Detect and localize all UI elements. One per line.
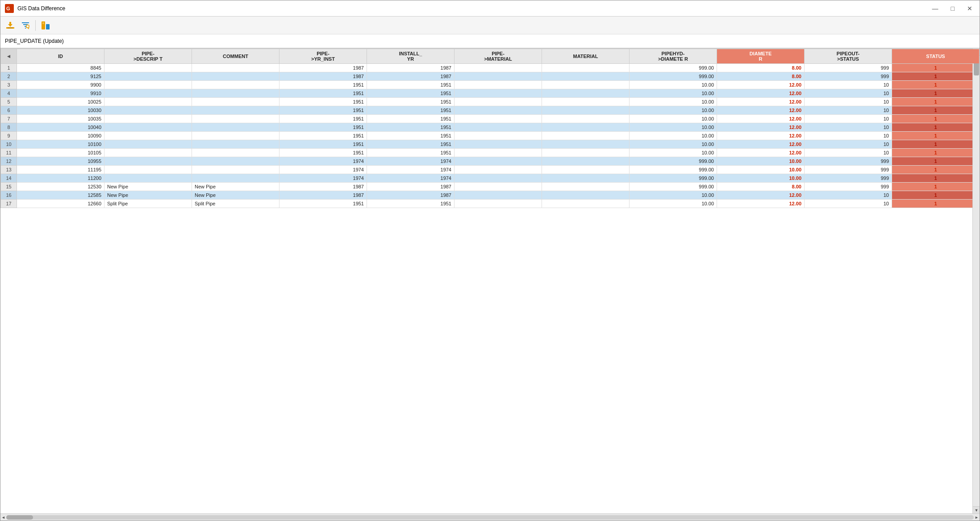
cell-pipehyd-diameter: 10.00	[630, 132, 717, 140]
sort-arrow-icon: ◄	[6, 53, 12, 59]
col-header-pipehyd-diameter[interactable]: PIPEHYD->DIAMETE R	[630, 49, 717, 64]
cell-comment	[192, 98, 279, 106]
cell-comment	[192, 81, 279, 89]
maximize-button[interactable]: □	[948, 4, 957, 13]
cell-pipe-material	[455, 157, 542, 166]
cell-pipeout-status: 10	[805, 123, 892, 132]
cell-material	[542, 157, 630, 166]
vertical-scrollbar[interactable]: ▲ ▼	[972, 49, 980, 513]
svg-rect-12	[46, 24, 50, 29]
cell-status: 1	[892, 72, 980, 81]
cell-pipe-descrip	[104, 166, 192, 174]
cell-pipe-yr-inst: 1951	[279, 132, 367, 140]
scroll-right-button[interactable]: ►	[975, 515, 979, 520]
cell-diameter: 8.00	[717, 64, 805, 72]
cell-comment	[192, 149, 279, 157]
cell-status: 1	[892, 174, 980, 183]
svg-rect-4	[8, 28, 13, 28]
col-header-id[interactable]: ID	[17, 49, 104, 64]
table-row: 121095519741974999.0010.009991	[1, 157, 980, 166]
cell-pipehyd-diameter: 10.00	[630, 149, 717, 157]
col-header-pipe-yr-inst[interactable]: PIPE->YR_INST	[279, 49, 367, 64]
cell-install-yr: 1951	[367, 132, 455, 140]
table-row: 499101951195110.0012.00101	[1, 89, 980, 98]
col-header-install-yr[interactable]: INSTALL_YR	[367, 49, 455, 64]
cell-pipe-material	[455, 123, 542, 132]
cell-pipe-descrip	[104, 140, 192, 149]
row-number: 1	[1, 64, 17, 72]
title-bar: G GIS Data Difference — □ ✕	[0, 0, 980, 17]
col-header-arrow: ◄	[1, 49, 17, 64]
row-number: 13	[1, 166, 17, 174]
filter-button[interactable]	[19, 19, 32, 32]
cell-material	[542, 106, 630, 115]
scroll-down-button[interactable]: ▼	[973, 506, 980, 513]
cell-pipe-descrip	[104, 72, 192, 81]
cell-diameter: 10.00	[717, 157, 805, 166]
cell-pipehyd-diameter: 10.00	[630, 81, 717, 89]
cell-pipe-yr-inst: 1974	[279, 174, 367, 183]
table-row: 9100901951195110.0012.00101	[1, 132, 980, 140]
cell-pipe-material	[455, 106, 542, 115]
cell-material	[542, 115, 630, 123]
cell-pipehyd-diameter: 10.00	[630, 106, 717, 115]
table-row: 11101051951195110.0012.00101	[1, 149, 980, 157]
minimize-button[interactable]: —	[930, 4, 941, 13]
row-number: 4	[1, 89, 17, 98]
cell-diameter: 12.00	[717, 89, 805, 98]
row-number: 2	[1, 72, 17, 81]
chart-button[interactable]	[39, 19, 52, 32]
horizontal-scrollbar[interactable]: ◄ ►	[0, 513, 980, 521]
cell-diameter: 10.00	[717, 174, 805, 183]
table-row: 399001951195110.0012.00101	[1, 81, 980, 89]
cell-id: 9900	[17, 81, 104, 89]
cell-pipe-material	[455, 132, 542, 140]
cell-pipehyd-diameter: 999.00	[630, 157, 717, 166]
toolbar-separator	[35, 20, 36, 31]
col-header-diameter[interactable]: DIAMETER	[717, 49, 805, 64]
cell-pipe-yr-inst: 1951	[279, 81, 367, 89]
cell-diameter: 12.00	[717, 140, 805, 149]
row-number: 3	[1, 81, 17, 89]
col-header-pipeout-status[interactable]: PIPEOUT->STATUS	[805, 49, 892, 64]
col-header-pipe-descrip[interactable]: PIPE->DESCRIP T	[104, 49, 192, 64]
col-header-material[interactable]: MATERIAL	[542, 49, 630, 64]
table-row: 1612585New PipeNew Pipe1987198710.0012.0…	[1, 191, 980, 200]
table-container[interactable]: ◄ ID PIPE->DESCRIP T COMMENT PIPE->YR_IN…	[0, 49, 980, 513]
col-header-comment[interactable]: COMMENT	[192, 49, 279, 64]
row-number: 10	[1, 140, 17, 149]
cell-pipeout-status: 10	[805, 140, 892, 149]
cell-install-yr: 1951	[367, 149, 455, 157]
col-header-status[interactable]: STATUS	[892, 49, 980, 64]
cell-pipehyd-diameter: 999.00	[630, 166, 717, 174]
window-controls: — □ ✕	[930, 4, 975, 13]
cell-pipe-yr-inst: 1951	[279, 123, 367, 132]
cell-pipehyd-diameter: 10.00	[630, 98, 717, 106]
cell-pipeout-status: 10	[805, 89, 892, 98]
scroll-thumb-h[interactable]	[6, 515, 33, 520]
cell-material	[542, 132, 630, 140]
cell-pipe-descrip: New Pipe	[104, 183, 192, 191]
cell-pipe-material	[455, 89, 542, 98]
row-number: 15	[1, 183, 17, 191]
cell-pipe-material	[455, 64, 542, 72]
table-row: 1884519871987999.008.009991	[1, 64, 980, 72]
scroll-left-button[interactable]: ◄	[1, 515, 5, 520]
cell-pipeout-status: 10	[805, 115, 892, 123]
cell-pipe-yr-inst: 1951	[279, 106, 367, 115]
cell-comment	[192, 115, 279, 123]
cell-pipeout-status: 10	[805, 200, 892, 208]
table-row: 6100301951195110.0012.00101	[1, 106, 980, 115]
cell-pipe-material	[455, 140, 542, 149]
download-button[interactable]	[4, 19, 17, 32]
cell-id: 12660	[17, 200, 104, 208]
col-header-pipe-material[interactable]: PIPE->MATERIAL	[455, 49, 542, 64]
cell-material	[542, 200, 630, 208]
cell-pipe-descrip	[104, 64, 192, 72]
cell-comment: Split Pipe	[192, 200, 279, 208]
cell-pipehyd-diameter: 10.00	[630, 200, 717, 208]
title-bar-left: G GIS Data Difference	[5, 4, 65, 13]
close-button[interactable]: ✕	[964, 4, 975, 13]
cell-pipe-material	[455, 174, 542, 183]
cell-comment: New Pipe	[192, 191, 279, 200]
